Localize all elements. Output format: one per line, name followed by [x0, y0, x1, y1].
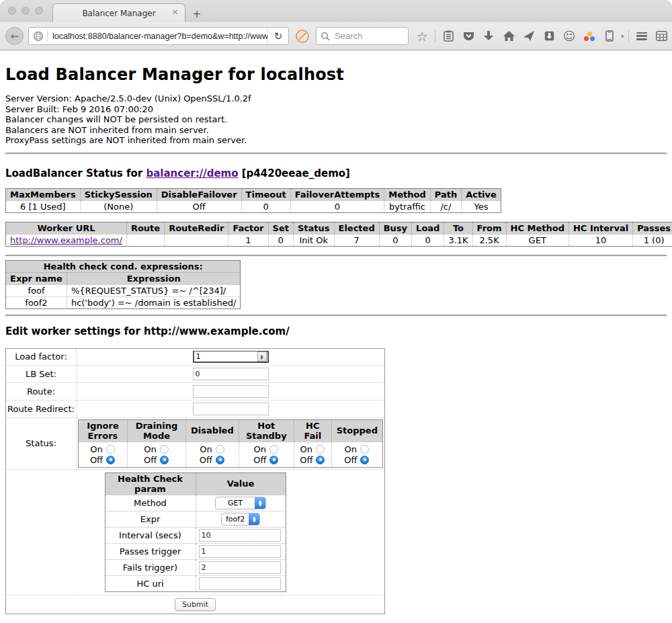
status-label: Status:: [6, 417, 77, 469]
download-icon[interactable]: [480, 28, 497, 45]
radio-off[interactable]: [269, 456, 278, 464]
radio-off[interactable]: [360, 456, 369, 464]
proxypass-notice-line: ProxyPass settings are NOT inherited fro…: [5, 135, 667, 146]
cell-from: 2.5K: [472, 234, 506, 246]
radio-off[interactable]: [106, 456, 115, 464]
fails-label: Fails trigger): [105, 559, 196, 575]
lb-set-input[interactable]: [193, 368, 269, 380]
cell-active: Yes: [462, 200, 501, 212]
persist-notice-line: Balancer changes will NOT be persisted o…: [5, 114, 667, 125]
zoom-window-button[interactable]: [35, 7, 43, 15]
hc-uri-input[interactable]: [199, 577, 281, 590]
hc-row-method: Method GET ▲▼: [105, 495, 286, 511]
submit-button[interactable]: Submit: [175, 598, 216, 611]
status-cell-hc-fail: On Off: [294, 442, 331, 467]
radio-on[interactable]: [360, 445, 369, 454]
new-tab-button[interactable]: +: [185, 5, 208, 22]
panel-icon[interactable]: [540, 28, 558, 45]
balancer-demo-link[interactable]: balancer://demo: [146, 167, 238, 179]
traffic-lights: [8, 7, 43, 15]
hc-row-fails: Fails trigger): [105, 559, 286, 575]
route-redirect-input[interactable]: [193, 403, 269, 415]
route-input[interactable]: [193, 385, 269, 398]
load-factor-stepper[interactable]: ▲▼: [193, 351, 269, 363]
menu-icon[interactable]: [633, 28, 650, 45]
home-icon[interactable]: [500, 28, 517, 45]
column-header: Worker URL: [6, 222, 127, 234]
balancer-status-table: MaxMembers StickySession DisableFailover…: [5, 188, 501, 213]
table-title-row: Health check cond. expressions:: [6, 260, 241, 272]
clipboard-icon[interactable]: [439, 28, 457, 45]
form-row-status: Status: Ignore Errors Draining Mode Disa…: [6, 417, 385, 469]
content-block-icon[interactable]: [296, 30, 309, 43]
form-row-submit: Submit: [6, 595, 385, 614]
url-bar[interactable]: localhost:8880/balancer-manager?b=demo&w…: [28, 27, 289, 45]
column-header: HC Method: [506, 222, 569, 234]
column-header: Load: [412, 222, 444, 234]
search-bar[interactable]: [316, 27, 409, 45]
radio-on[interactable]: [106, 445, 115, 454]
send-icon[interactable]: [520, 28, 538, 45]
inherit-notice-line: Balancers are NOT inherited from main se…: [5, 125, 667, 136]
dropdown-caret-icon[interactable]: ▾: [621, 33, 624, 40]
column-header: Active: [462, 188, 501, 200]
expr-select[interactable]: foof2 ▲▼: [221, 513, 260, 526]
fails-input[interactable]: [199, 561, 281, 574]
worker-url-link[interactable]: http://www.example.com/: [10, 235, 122, 245]
radio-off[interactable]: [160, 456, 169, 464]
lb-set-label: LB Set:: [6, 365, 77, 382]
radio-off[interactable]: [316, 456, 325, 464]
column-header: DisableFailover: [157, 188, 241, 200]
tab-grid-icon[interactable]: [653, 28, 671, 45]
cell-hc-interval: 10: [569, 234, 632, 246]
form-row-health-check: Health Check param Value Method GET ▲▼: [6, 469, 385, 595]
globe-icon: [33, 31, 44, 42]
cell-expression: %{REQUEST_STATUS} =~ /^[234]/: [67, 284, 241, 296]
radio-row: On Off On Off On Off: [79, 442, 383, 467]
smiley-icon[interactable]: ☺: [560, 28, 578, 45]
load-factor-label: Load factor:: [6, 348, 77, 365]
tab-balancer-manager[interactable]: Balancer Manager ×: [52, 3, 185, 22]
back-button[interactable]: ←: [5, 27, 24, 45]
health-check-table: Health Check param Value Method GET ▲▼: [105, 472, 286, 592]
radio-on[interactable]: [216, 445, 224, 454]
load-factor-input[interactable]: [194, 351, 257, 362]
method-select[interactable]: GET ▲▼: [215, 497, 266, 509]
radio-off[interactable]: [216, 456, 224, 464]
hc-row-passes: Passes trigger: [105, 543, 286, 559]
column-header: Ignore Errors: [79, 419, 128, 442]
url-divider: [47, 30, 48, 42]
tab-close-icon[interactable]: ×: [171, 7, 179, 16]
radio-on[interactable]: [269, 445, 278, 454]
interval-input[interactable]: [199, 529, 281, 542]
select-stepper-icon: ▲▼: [249, 513, 259, 525]
passes-input[interactable]: [199, 545, 281, 558]
spinner-icon[interactable]: ▲▼: [257, 351, 267, 362]
minimize-window-button[interactable]: [22, 7, 30, 15]
status-heading-prefix: LoadBalancer Status for: [5, 167, 146, 179]
close-window-button[interactable]: [8, 7, 16, 15]
column-header: Value: [196, 472, 286, 495]
on-label: On: [200, 444, 212, 454]
cell-expr-name: foof: [6, 284, 67, 296]
column-header: FailoverAttempts: [290, 188, 384, 200]
bookmark-star-icon[interactable]: ☆: [413, 28, 431, 45]
reload-button[interactable]: ↻: [267, 27, 288, 45]
device-icon[interactable]: [601, 28, 618, 45]
cell-expr-name: foof2: [6, 296, 67, 308]
cell-status: Init Ok: [293, 234, 334, 246]
radio-on[interactable]: [316, 445, 325, 454]
column-header: Health Check param: [105, 472, 196, 495]
pocket-icon[interactable]: [460, 28, 477, 45]
search-input[interactable]: [333, 30, 396, 42]
url-text[interactable]: localhost:8880/balancer-manager?b=demo&w…: [52, 32, 267, 41]
radio-on[interactable]: [160, 445, 169, 454]
form-row-load-factor: Load factor: ▲▼: [6, 348, 385, 365]
extensions-colors-icon[interactable]: [581, 28, 598, 45]
off-label: Off: [300, 455, 312, 465]
divider: [5, 153, 667, 154]
table-header-row: Expr name Expression: [6, 272, 241, 284]
toolbar-divider: [628, 30, 629, 42]
hc-row-interval: Interval (secs): [105, 527, 286, 543]
cell-route: [126, 234, 164, 246]
